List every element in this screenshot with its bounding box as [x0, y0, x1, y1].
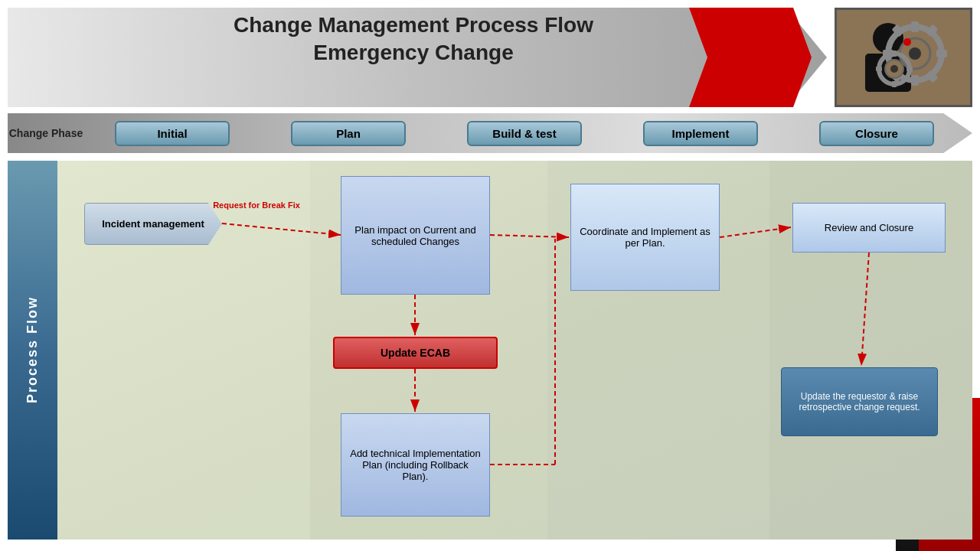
- break-fix-label: Request for Break Fix: [207, 201, 306, 210]
- phase-btn-plan[interactable]: Plan: [291, 121, 406, 146]
- svg-rect-5: [911, 21, 919, 32]
- flow-area: Incident management Request for Break Fi…: [57, 161, 972, 540]
- phase-buttons-container: Initial Plan Build & test Implement Clos…: [84, 117, 965, 149]
- svg-rect-16: [892, 51, 897, 57]
- plan-impact-box: Plan impact on Current and scheduled Cha…: [341, 176, 490, 295]
- tech-plan-label: Add technical Implementation Plan (inclu…: [349, 448, 482, 482]
- requestor-box: Update the requestor & raise retrospecti…: [781, 367, 938, 436]
- header-title-line2: Emergency Change: [313, 41, 513, 64]
- svg-point-15: [890, 65, 898, 73]
- svg-rect-17: [892, 81, 897, 87]
- ecab-box: Update ECAB: [333, 337, 498, 369]
- ecab-label: Update ECAB: [381, 347, 450, 359]
- phase-btn-implement[interactable]: Implement: [643, 121, 758, 146]
- phase-btn-build-test[interactable]: Build & test: [467, 121, 582, 146]
- coordinate-box: Coordinate and Implement as per Plan.: [570, 184, 720, 291]
- requestor-label: Update the requestor & raise retrospecti…: [788, 391, 931, 412]
- change-phase-label: Change Phase: [8, 113, 84, 153]
- svg-rect-18: [906, 67, 913, 71]
- svg-point-4: [909, 47, 921, 60]
- logo-box: [835, 8, 972, 107]
- tech-plan-box: Add technical Implementation Plan (inclu…: [341, 413, 490, 517]
- review-label: Review and Closure: [825, 222, 913, 233]
- svg-rect-6: [911, 75, 919, 86]
- coordinate-label: Coordinate and Implement as per Plan.: [579, 226, 711, 249]
- logo-icon: [842, 11, 965, 103]
- phase-btn-closure[interactable]: Closure: [819, 121, 934, 146]
- plan-impact-label: Plan impact on Current and scheduled Cha…: [349, 224, 482, 247]
- incident-management-label: Incident management: [102, 218, 204, 230]
- svg-rect-19: [876, 67, 882, 71]
- red-arrow-decoration: [689, 8, 812, 107]
- process-sidebar-label: Process Flow: [24, 296, 41, 403]
- header-title-line1: Change Management Process Flow: [234, 13, 593, 37]
- process-sidebar: Process Flow: [8, 161, 57, 540]
- incident-management-box: Incident management: [84, 203, 222, 245]
- svg-rect-7: [936, 50, 947, 57]
- review-box: Review and Closure: [792, 203, 946, 253]
- phase-btn-initial[interactable]: Initial: [115, 121, 230, 146]
- svg-point-20: [903, 38, 911, 46]
